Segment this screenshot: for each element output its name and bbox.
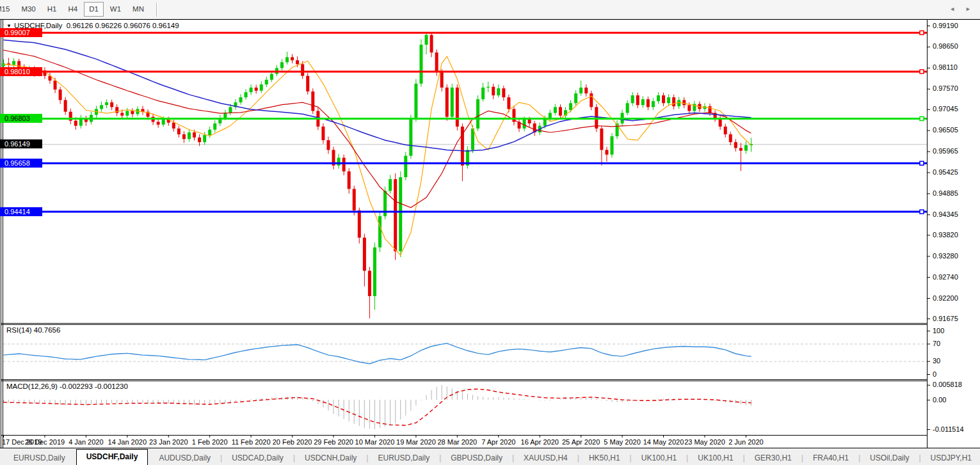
candle-body [652, 101, 655, 107]
candle-body [610, 136, 613, 155]
candle-body [492, 87, 495, 95]
candle-body [296, 60, 299, 64]
candle-body [198, 138, 201, 142]
candle-body [662, 95, 665, 103]
candle-body [131, 111, 134, 114]
candle-body [348, 171, 351, 189]
hline-handle[interactable] [920, 70, 924, 74]
price-axis-tick-label: 0.97570 [933, 84, 958, 92]
candle-body [729, 134, 732, 142]
candle-body [193, 132, 196, 138]
hline-handle[interactable] [920, 116, 924, 120]
price-axis-tick-label: 0.99190 [933, 22, 958, 29]
chart-ohlc-values: 0.96126 0.96226 0.96076 0.96149 [67, 22, 179, 29]
candle-body [208, 130, 211, 136]
candle-body [425, 35, 428, 45]
candle-body [378, 216, 382, 248]
candle-body [321, 127, 325, 140]
price-axis-tick-label: 0.95965 [933, 147, 958, 155]
chart-canvas [0, 0, 980, 465]
candle-body [502, 88, 505, 97]
rsi-axis-tick-label: 0 [933, 370, 936, 378]
macd-axis-tick-label: 0.00 [933, 396, 946, 404]
candle-body [734, 142, 737, 148]
hline-handle[interactable] [920, 31, 924, 35]
rsi-axis-tick-label: 70 [933, 340, 940, 347]
candle-body [636, 95, 639, 105]
candle-body [105, 102, 108, 105]
candle-body [739, 148, 743, 150]
candle-body [326, 140, 330, 150]
candle-body [285, 57, 289, 62]
price-line-badge: 0.94414 [0, 207, 42, 216]
candle-body [12, 61, 15, 65]
candle-body [223, 113, 227, 118]
candle-body [245, 92, 248, 97]
price-axis-tick-label: 0.98650 [933, 42, 958, 50]
candle-body [239, 97, 243, 102]
date-tick-label: 14 May 2020 [643, 438, 684, 446]
date-tick-label: 25 Apr 2020 [562, 438, 600, 446]
tab-scroll-left-icon[interactable]: ◄ [949, 6, 955, 12]
price-axis-tick-label: 0.94345 [933, 210, 958, 218]
tab-scroll-right-icon[interactable]: ► [965, 6, 971, 12]
price-line-badge: 0.99007 [0, 28, 42, 37]
candle-body [724, 127, 727, 134]
candle-body [250, 88, 253, 92]
date-tick-label: 7 Apr 2020 [481, 438, 515, 446]
candle-body [337, 158, 341, 166]
date-tick-label: 28 Mar 2020 [437, 438, 477, 446]
candle-body [54, 81, 57, 90]
candle-body [647, 99, 650, 107]
pane-borders [0, 19, 980, 448]
price-line-badge: 0.98010 [0, 67, 42, 76]
candle-body [419, 45, 422, 84]
candle-body [213, 123, 216, 130]
candle-body [626, 103, 629, 113]
candle-body [600, 129, 603, 150]
candle-body [74, 121, 77, 126]
date-tick-label: 2 Jun 2020 [728, 438, 763, 446]
candle-body [709, 106, 712, 113]
candle-body [641, 99, 645, 105]
macd-axis-tick-label: 0.005818 [933, 381, 962, 388]
ma-medium [4, 50, 751, 207]
date-tick-label: 23 May 2020 [684, 438, 725, 446]
ma-fast [4, 56, 751, 255]
candle-body [157, 122, 160, 125]
candle-body [353, 189, 356, 210]
candle-body [177, 129, 181, 134]
horizontal-lines[interactable] [2, 31, 927, 214]
candle-body [358, 210, 361, 238]
candle-body [311, 91, 314, 111]
candle-body [182, 134, 186, 139]
candle-body [430, 35, 433, 52]
candle-body [120, 113, 124, 116]
candle-body [486, 87, 490, 88]
candle-body [569, 103, 572, 110]
candle-body [446, 88, 449, 117]
date-tick-label: 26 Dec 2019 [25, 438, 65, 446]
candle-body [507, 97, 510, 109]
price-axis-tick-label: 0.91675 [933, 315, 958, 322]
price-line-badge: 0.95658 [0, 159, 42, 168]
rsi-pane [3, 343, 927, 364]
current-price-badge: 0.96149 [0, 139, 42, 148]
candle-body [528, 120, 531, 123]
tab-scroll-controls: ◄ ► [949, 6, 971, 12]
candle-body [631, 95, 634, 103]
candle-body [280, 62, 284, 68]
hline-handle[interactable] [920, 161, 924, 165]
price-axis-tick-label: 0.93280 [933, 252, 958, 260]
candle-body [301, 64, 304, 75]
candle-body [414, 84, 417, 119]
price-axis-tick-label: 0.93820 [933, 231, 958, 239]
ma-fast-line [4, 56, 751, 255]
candle-body [657, 95, 660, 101]
price-axis-tick-label: 0.97045 [933, 105, 958, 113]
hline-handle[interactable] [920, 210, 924, 214]
date-tick-label: 11 Feb 2020 [232, 438, 271, 446]
candle-body [59, 90, 62, 100]
rsi-line [4, 343, 751, 364]
candle-body [476, 99, 479, 129]
